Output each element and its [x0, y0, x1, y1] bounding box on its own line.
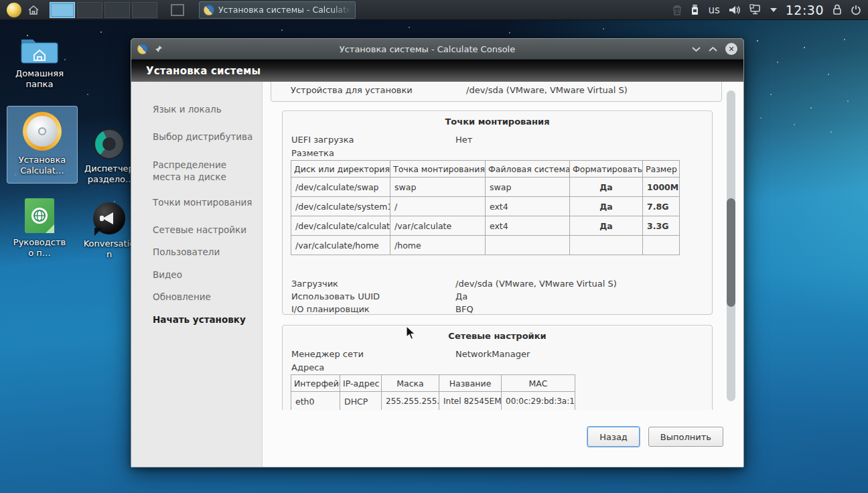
- calculate-console-icon: [204, 5, 214, 15]
- sidebar-item-distro[interactable]: Выбор дистрибутива: [131, 131, 260, 143]
- sidebar-item-network[interactable]: Сетевые настройки: [131, 224, 260, 236]
- field-label: Разметка: [291, 147, 705, 159]
- virtual-desktop-4[interactable]: [132, 2, 157, 18]
- trash-icon[interactable]: [672, 5, 682, 15]
- keyboard-layout-indicator[interactable]: us: [708, 4, 719, 16]
- table-cell: [643, 236, 680, 255]
- field-value: BFQ: [455, 303, 474, 315]
- table-row[interactable]: /dev/calculate/system1 / ext4 Да 7.8G: [291, 197, 680, 216]
- column-header: Интерфейс: [291, 375, 340, 392]
- desktop-icon-home-folder[interactable]: Домашняяпапка: [5, 33, 74, 90]
- network-groupbox: Сетевые настройки Менеджер сети NetworkM…: [282, 325, 713, 410]
- volume-icon[interactable]: [729, 5, 741, 15]
- virtual-desktop-2[interactable]: [77, 2, 102, 18]
- system-tray: us 12:30: [672, 3, 861, 17]
- table-cell: DHCP: [340, 392, 382, 411]
- scroll-viewport: Устройства для установки /dev/sda (VMwar…: [263, 82, 743, 410]
- taskbar-window-title: Установка системы - Calculate Co: [218, 5, 351, 15]
- table-row[interactable]: /var/calculate/home /home: [291, 236, 680, 255]
- taskbar-window-button[interactable]: Установка системы - Calculate Co: [199, 1, 356, 19]
- konversation-icon: [93, 202, 125, 234]
- table-cell: [486, 236, 570, 255]
- table-cell: 7.8G: [643, 197, 680, 216]
- field-label: UEFI загрузка: [291, 135, 354, 145]
- installer-summary: Устройства для установки /dev/sda (VMwar…: [263, 82, 743, 467]
- column-header: MAC: [502, 375, 575, 392]
- sidebar-item-update[interactable]: Обновление: [131, 291, 260, 303]
- table-cell: swap: [486, 178, 570, 197]
- usb-device-icon[interactable]: [691, 4, 699, 15]
- home-icon[interactable]: [27, 3, 40, 17]
- sidebar-item-start-install[interactable]: Начать установку: [131, 313, 260, 326]
- table-cell: /var/calculate/home: [291, 236, 390, 255]
- mouse-cursor: [406, 326, 416, 340]
- field-value: NetworkManager: [455, 348, 530, 360]
- run-button[interactable]: Выполнить: [648, 427, 723, 447]
- folder-icon: [20, 33, 59, 64]
- table-header-row: Диск или директория Точка монтирования Ф…: [291, 161, 680, 178]
- table-cell: 255.255.255.0: [382, 392, 439, 411]
- field-label: Загрузчик: [291, 279, 338, 289]
- close-icon[interactable]: ✕: [725, 43, 737, 55]
- desktop: Домашняяпапка УстановкаCalculat… Диспетч…: [0, 0, 868, 493]
- desktop-icon-guide[interactable]: Руководство п…: [5, 198, 74, 259]
- column-header: Название: [439, 375, 502, 392]
- field-value: Да: [455, 290, 467, 303]
- maximize-icon[interactable]: [709, 46, 717, 52]
- column-header: IP-адрес: [340, 375, 382, 392]
- sidebar-item-users[interactable]: Пользователи: [131, 246, 260, 258]
- network-table: Интерфейс IP-адрес Маска Название MAC et…: [291, 374, 575, 410]
- virtual-desktop-1[interactable]: [50, 2, 75, 18]
- column-header: Форматировать: [570, 161, 643, 178]
- back-button[interactable]: Назад: [587, 427, 640, 447]
- calculate-menu-icon[interactable]: [7, 3, 21, 17]
- table-cell: /: [390, 197, 486, 216]
- column-header: Маска: [382, 375, 439, 392]
- tray-expand-caret-icon[interactable]: [770, 8, 777, 12]
- lock-icon[interactable]: [833, 4, 842, 15]
- column-header: Размер: [643, 161, 680, 178]
- field-label: Менеджер сети: [291, 349, 364, 359]
- network-icon[interactable]: [749, 4, 762, 15]
- pin-icon[interactable]: [155, 45, 163, 53]
- sidebar-item-disk-layout[interactable]: Распределение места на диске: [131, 159, 255, 183]
- clock[interactable]: 12:30: [786, 3, 824, 17]
- groupbox-title: Сетевые настройки: [283, 331, 712, 341]
- table-cell: Да: [570, 216, 643, 236]
- table-cell: 00:0c:29:bd:3a:10: [502, 392, 575, 411]
- virtual-desktop-3[interactable]: [104, 2, 130, 18]
- sidebar-item-mount-points[interactable]: Точки монтирования: [131, 196, 260, 208]
- field-value: /dev/sda (VMware, VMware Virtual S): [466, 84, 628, 96]
- desktop-icon-install-calculate[interactable]: УстановкаCalculat…: [7, 106, 78, 184]
- table-row[interactable]: eth0 DHCP 255.255.255.0 Intel 82545EM 00…: [291, 392, 575, 411]
- table-cell: swap: [390, 178, 486, 197]
- minimize-icon[interactable]: [692, 46, 701, 52]
- table-cell: 3.3G: [643, 216, 680, 236]
- power-icon[interactable]: [851, 5, 861, 15]
- show-desktop-icon[interactable]: [171, 4, 184, 16]
- window-titlebar[interactable]: Установка системы - Calculate Console ✕: [131, 39, 743, 60]
- table-cell: ext4: [486, 216, 570, 236]
- table-row[interactable]: /dev/calculate/calculate /var/calculate …: [291, 216, 680, 236]
- scrollbar-handle[interactable]: [727, 198, 735, 307]
- table-cell: 1000M: [643, 178, 680, 197]
- installer-sidebar: Язык и локаль Выбор дистрибутива Распред…: [131, 82, 263, 467]
- window-app-icon: [137, 44, 148, 54]
- desktop-icon-label: Домашняяпапка: [5, 68, 74, 90]
- field-label: Адреса: [291, 361, 705, 374]
- partition-manager-icon: [94, 129, 125, 159]
- table-cell: Да: [570, 197, 643, 216]
- virtual-desktop-pager: [50, 2, 157, 18]
- column-header: Точка монтирования: [390, 161, 486, 178]
- table-cell: Intel 82545EM: [439, 392, 502, 411]
- table-row[interactable]: /dev/calculate/swap swap swap Да 1000M: [291, 178, 680, 197]
- window-title: Установка системы - Calculate Console: [163, 44, 692, 54]
- calculate-console-window: Установка системы - Calculate Console ✕ …: [131, 38, 744, 468]
- table-cell: /dev/calculate/swap: [291, 178, 390, 197]
- field-value: Нет: [455, 133, 472, 146]
- table-cell: ext4: [486, 197, 570, 216]
- sidebar-item-video[interactable]: Видео: [131, 269, 260, 281]
- table-cell: Да: [570, 178, 643, 197]
- table-cell: /home: [390, 236, 486, 255]
- sidebar-item-language[interactable]: Язык и локаль: [131, 103, 260, 115]
